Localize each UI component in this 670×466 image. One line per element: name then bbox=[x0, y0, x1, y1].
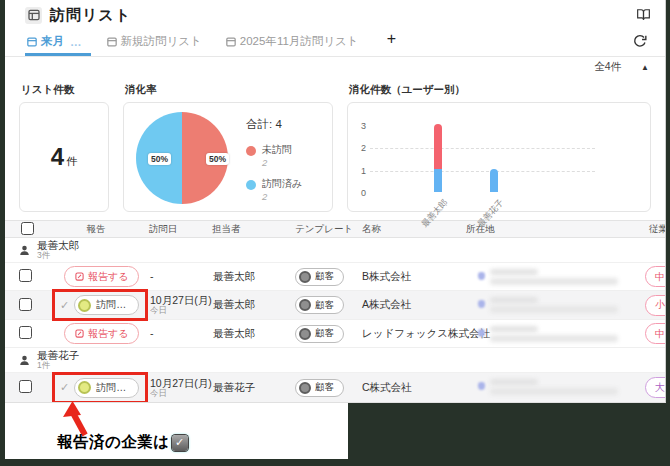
location-blurred bbox=[458, 373, 645, 402]
refresh-icon[interactable] bbox=[629, 34, 651, 56]
table-header: 報告 訪問日 担当者 テンプレート 名称 所在地 従業員数 bbox=[5, 220, 665, 238]
template-dot-icon bbox=[299, 328, 311, 340]
legend-item-unvisited: 未訪問 2 bbox=[246, 144, 302, 169]
bar-user-2 bbox=[490, 169, 498, 192]
gridline-1 bbox=[370, 171, 595, 172]
tab-bar: 来月 … 新規訪問リスト 2025年11月訪問リスト + bbox=[5, 30, 665, 57]
company-size-badge: 中規模 bbox=[645, 266, 665, 287]
page-title: 訪問リスト bbox=[50, 6, 131, 25]
tab-label: 新規訪問リスト bbox=[121, 34, 202, 49]
annotation-panel: 報告済の企業は✓ bbox=[5, 403, 348, 459]
row-checkbox[interactable] bbox=[19, 326, 32, 339]
list-count-value: 4 bbox=[51, 143, 64, 171]
row-checkbox[interactable] bbox=[19, 380, 32, 393]
person-icon bbox=[19, 245, 30, 256]
tab-label: 2025年11月訪問リスト bbox=[240, 34, 359, 49]
tab-label: 来月 bbox=[41, 34, 64, 49]
app-window: 訪問リスト 来月 … 新規訪問リスト 2025年1 bbox=[5, 0, 666, 403]
company-name: A株式会社 bbox=[358, 298, 458, 312]
company-size-badge: 大規模 bbox=[645, 377, 665, 398]
list-count-card: 4 件 bbox=[19, 102, 109, 212]
bar-user-1 bbox=[434, 124, 442, 192]
tab-more-menu[interactable]: … bbox=[70, 36, 83, 48]
report-button[interactable]: 報告する bbox=[64, 323, 139, 344]
template-pill[interactable]: 顧客 bbox=[295, 325, 344, 343]
visit-status-dot-icon bbox=[78, 381, 91, 394]
report-button[interactable]: 報告する bbox=[64, 266, 139, 287]
template-pill[interactable]: 顧客 bbox=[295, 268, 344, 286]
table-row[interactable]: 報告する - 最善太郎 顧客 B株式会社 中規模 bbox=[5, 263, 665, 291]
assignee: 最善太郎 bbox=[208, 270, 280, 284]
visit-date-relative: 今日 bbox=[150, 306, 208, 315]
visit-status-dot-icon bbox=[78, 299, 91, 312]
template-dot-icon bbox=[299, 382, 311, 394]
pie-percent-left: 50% bbox=[148, 153, 171, 165]
template-dot-icon bbox=[299, 299, 311, 311]
assignee: 最善太郎 bbox=[208, 327, 280, 341]
title-bar: 訪問リスト bbox=[5, 0, 665, 30]
legend-item-visited: 訪問済み 2 bbox=[246, 178, 302, 203]
group-header-hanako: 最善花子 1件 bbox=[5, 348, 665, 373]
legend-dot-blue bbox=[246, 180, 256, 190]
visit-status-button[interactable]: 訪問… bbox=[74, 295, 139, 315]
gridline-2 bbox=[370, 148, 595, 149]
pie-total: 合計: 4 bbox=[246, 117, 302, 132]
company-name: B株式会社 bbox=[358, 270, 458, 284]
check-emoji-icon: ✓ bbox=[172, 435, 188, 451]
pie-legend: 合計: 4 未訪問 2 訪問済み 2 bbox=[246, 117, 302, 212]
template-pill[interactable]: 顧客 bbox=[295, 296, 344, 314]
by-user-label: 消化件数（ユーザー別） bbox=[347, 81, 651, 102]
table-row[interactable]: ✓ 訪問… 10月27日(月) 今日 最善花子 顧客 C株式会社 大規模 bbox=[5, 373, 665, 403]
template-dot-icon bbox=[299, 271, 311, 283]
visited-check-icon: ✓ bbox=[60, 299, 69, 312]
table-row[interactable]: 報告する - 最善太郎 顧客 レッドフォックス株式会社 中規模 bbox=[5, 320, 665, 348]
total-count: 全4件 bbox=[594, 60, 621, 74]
company-size-badge: 小規模 bbox=[645, 295, 665, 316]
red-highlight-annotation: ✓ 訪問… bbox=[52, 289, 148, 321]
library-icon[interactable] bbox=[636, 8, 651, 22]
row-checkbox[interactable] bbox=[19, 298, 32, 311]
location-pin-icon bbox=[478, 329, 485, 337]
template-pill[interactable]: 顧客 bbox=[295, 379, 344, 397]
location-blurred bbox=[458, 320, 645, 347]
visit-list-icon bbox=[25, 7, 42, 24]
pie-percent-right: 50% bbox=[206, 153, 229, 165]
collapse-stats-icon[interactable]: ▲ bbox=[641, 63, 649, 72]
list-count-label: リスト件数 bbox=[19, 81, 109, 102]
visit-date-relative: 今日 bbox=[150, 389, 208, 398]
row-checkbox[interactable] bbox=[19, 269, 32, 282]
visit-status-button[interactable]: 訪問… bbox=[74, 378, 139, 398]
company-name: レッドフォックス株式会社 bbox=[358, 327, 458, 341]
assignee: 最善太郎 bbox=[208, 298, 280, 312]
rate-card: 50% 50% 合計: 4 未訪問 2 訪問済み bbox=[123, 102, 333, 212]
visited-check-icon: ✓ bbox=[60, 381, 69, 394]
bar-segment-unvisited bbox=[434, 124, 442, 169]
person-icon bbox=[19, 355, 30, 366]
rate-label: 消化率 bbox=[123, 81, 333, 102]
bar-segment-visited bbox=[490, 169, 498, 192]
stats-section: リスト件数 4 件 消化率 50% 50% 合計: 4 未訪問 2 bbox=[5, 77, 665, 212]
company-size-badge: 中規模 bbox=[645, 323, 665, 344]
red-highlight-annotation: ✓ 訪問… bbox=[52, 372, 148, 404]
tab-this-month[interactable]: 来月 … bbox=[25, 34, 91, 56]
location-blurred bbox=[458, 291, 645, 319]
tab-new-visit-list[interactable]: 新規訪問リスト bbox=[105, 34, 210, 56]
bar-segment-visited bbox=[434, 169, 442, 192]
by-user-card: 3 2 1 0 最善太郎 最善花子 bbox=[347, 102, 651, 212]
tab-2025-11-visit-list[interactable]: 2025年11月訪問リスト bbox=[224, 34, 367, 56]
company-name: C株式会社 bbox=[358, 381, 458, 395]
legend-dot-red bbox=[246, 146, 256, 156]
location-pin-icon bbox=[478, 382, 485, 390]
visit-table: 報告 訪問日 担当者 テンプレート 名称 所在地 従業員数 最善太郎 3件 bbox=[5, 220, 665, 403]
table-row[interactable]: ✓ 訪問… 10月27日(月) 今日 最善太郎 顧客 A株式会社 小規模 bbox=[5, 291, 665, 320]
assignee: 最善花子 bbox=[208, 381, 280, 395]
annotation-text: 報告済の企業は✓ bbox=[57, 432, 188, 453]
select-all-checkbox[interactable] bbox=[21, 222, 34, 235]
location-blurred bbox=[458, 263, 645, 290]
add-tab-button[interactable]: + bbox=[381, 30, 402, 56]
list-summary-bar: 全4件 ▲ bbox=[5, 57, 665, 77]
location-pin-icon bbox=[478, 272, 485, 280]
location-pin-icon bbox=[478, 300, 485, 308]
group-header-taro: 最善太郎 3件 bbox=[5, 238, 665, 263]
